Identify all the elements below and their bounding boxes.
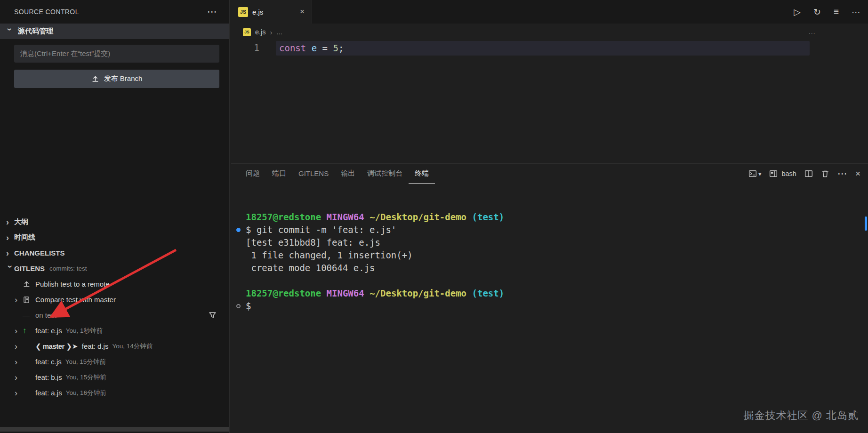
section-label: CHANGELISTS (14, 249, 65, 257)
compare-icon (23, 296, 35, 304)
section-label: 源代码管理 (18, 27, 53, 36)
gitlens-item-commit-feat-b[interactable]: ›feat: b.jsYou, 15分钟前 (0, 369, 229, 385)
terminal-line (246, 274, 868, 287)
input-placeholder: 消息(Ctrl+Enter 在“test”提交) (20, 49, 110, 58)
tab-ejs[interactable]: JS e.js × (231, 0, 312, 24)
section-label: 时间线 (14, 233, 35, 242)
chevron-down-icon[interactable]: › (7, 265, 14, 273)
panel-tab-bar: 问题端口GITLENS输出调试控制台终端 (231, 164, 670, 184)
sidebar-section-changelists[interactable]: ›CHANGELISTS (0, 245, 229, 261)
sidebar-section-outline[interactable]: ›大纲 (0, 214, 229, 230)
kill-terminal-icon[interactable] (821, 169, 829, 178)
chevron-right-icon: › (15, 374, 23, 381)
terminal-line: $ git commit -m 'feat: e.js' (246, 224, 868, 236)
branch-tag: ❮ master ❯➤ (35, 342, 78, 351)
current-line-highlight (276, 41, 810, 56)
sidebar-section-timeline[interactable]: ›时间线 (0, 230, 229, 245)
terminal-line: create mode 100644 e.js (246, 262, 868, 274)
horizontal-scrollbar[interactable] (0, 427, 229, 432)
terminal-line: [test e31bbd8] feat: e.js (246, 236, 868, 249)
item-label: feat: a.js (35, 389, 62, 397)
item-label: feat: c.js (35, 358, 62, 366)
gitlens-item-commit-feat-c[interactable]: ›feat: c.jsYou, 15分钟前 (0, 354, 229, 369)
scrollbar-indicator[interactable] (865, 216, 867, 231)
chevron-right-icon: › (15, 390, 23, 396)
bottom-panel: 问题端口GITLENS输出调试控制台终端 ▾ bash ⋯ × (231, 163, 868, 433)
commit-message-input[interactable]: 消息(Ctrl+Enter 在“test”提交) (14, 45, 219, 63)
gitlens-item-commit-feat-e[interactable]: ›↑feat: e.jsYou, 1秒钟前 (0, 323, 229, 338)
terminal-line: 18257@redstone MINGW64 ~/Desktop/git-dem… (246, 211, 868, 224)
chevron-right-icon: › (15, 297, 23, 303)
upload-icon (23, 280, 35, 288)
more-actions-icon[interactable]: ⋯ (837, 168, 847, 179)
close-panel-icon[interactable]: × (855, 168, 860, 179)
terminal-line: 18257@redstone MINGW64 ~/Desktop/git-dem… (246, 287, 868, 300)
more-actions-icon[interactable]: ⋯ (207, 6, 217, 17)
panel-tab-output[interactable]: 输出 (335, 164, 361, 184)
chevron-right-icon[interactable]: › (6, 219, 14, 225)
watermark: 掘金技术社区 @ 北岛贰 (743, 409, 859, 423)
chevron-right-icon: › (270, 28, 273, 36)
panel-tab-ports[interactable]: 端口 (266, 164, 292, 184)
item-description: You, 1秒钟前 (66, 327, 103, 335)
section-label: 大纲 (14, 217, 28, 226)
terminal-tabs-icon[interactable] (769, 169, 778, 178)
run-button[interactable]: ▷ (794, 7, 801, 17)
filter-icon[interactable] (209, 311, 217, 319)
restart-icon[interactable]: ↻ (813, 7, 821, 17)
vscode-window: SOURCE CONTROL ⋯ › 源代码管理 消息(Ctrl+Enter 在… (0, 0, 868, 433)
gitlens-item-commit-feat-a[interactable]: ›feat: a.jsYou, 16分钟前 (0, 385, 229, 401)
chevron-right-icon: › (15, 328, 23, 334)
section-label: GITLENS (14, 265, 45, 273)
button-label: 发布 Branch (104, 74, 143, 83)
panel-tab-problems[interactable]: 问题 (240, 164, 266, 184)
gitlens-item-compare-test[interactable]: ›Compare test with master (0, 292, 229, 307)
more-actions-icon[interactable]: ⋯ (852, 7, 860, 17)
item-label: Publish test to a remote (35, 280, 110, 288)
code-line[interactable]: const e = 5; (279, 42, 344, 55)
chevron-right-icon[interactable]: › (6, 234, 14, 241)
chevron-right-icon[interactable]: › (6, 250, 14, 257)
close-tab-icon[interactable]: × (300, 7, 305, 16)
shell-name[interactable]: bash (781, 170, 796, 177)
terminal[interactable]: 18257@redstone MINGW64 ~/Desktop/git-dem… (231, 184, 868, 433)
terminal-line: 1 file changed, 1 insertion(+) (246, 249, 868, 262)
breadcrumb-file[interactable]: e.js (255, 28, 266, 36)
gitlens-item-on-test[interactable]: —on test (0, 307, 229, 323)
sidebar-header: SOURCE CONTROL ⋯ (0, 0, 229, 24)
dash-icon: — (23, 311, 35, 319)
chevron-right-icon: › (15, 343, 23, 350)
upload-icon (91, 75, 99, 83)
editor-code-area[interactable]: 1 const e = 5; (231, 40, 868, 163)
tab-label: e.js (252, 8, 263, 16)
item-description: You, 15分钟前 (65, 358, 106, 366)
arrow-up-icon: ↑ (23, 326, 35, 336)
layout-icon[interactable]: ≡ (834, 7, 839, 17)
source-control-sidebar: SOURCE CONTROL ⋯ › 源代码管理 消息(Ctrl+Enter 在… (0, 0, 230, 433)
gitlens-item-commit-feat-d[interactable]: ›❮ master ❯➤feat: d.jsYou, 14分钟前 (0, 338, 229, 354)
breadcrumb-more[interactable]: ... (277, 28, 282, 36)
item-label: feat: e.js (35, 327, 62, 335)
item-label: feat: b.js (35, 373, 62, 381)
gitlens-item-publish-test[interactable]: Publish test to a remote (0, 276, 229, 292)
section-source-control-management[interactable]: › 源代码管理 (0, 24, 229, 39)
section-description: commits: test (49, 265, 87, 272)
panel-actions: ▾ bash ⋯ × (748, 164, 860, 184)
panel-tab-debug-console[interactable]: 调试控制台 (361, 164, 409, 184)
command-executed-marker (236, 228, 241, 232)
sidebar-tree: ›大纲›时间线›CHANGELISTS›GITLENScommits: test… (0, 214, 229, 401)
item-description: You, 15分钟前 (66, 373, 106, 382)
chevron-right-icon: › (15, 359, 23, 365)
panel-tab-terminal[interactable]: 终端 (409, 164, 435, 184)
panel-tab-gitlens[interactable]: GITLENS (292, 164, 335, 184)
launch-profile-button[interactable]: ▾ (748, 169, 762, 178)
editor-tab-bar: JS e.js × (231, 0, 868, 24)
terminal-icon (748, 169, 757, 178)
publish-branch-button[interactable]: 发布 Branch (14, 70, 219, 88)
item-description: You, 16分钟前 (66, 389, 106, 397)
line-number: 1 (250, 42, 259, 53)
javascript-icon: JS (243, 28, 251, 36)
editor-region: JS e.js × ▷ ↻ ≡ ⋯ JS e.js › ... ⋯ 1 cons… (231, 0, 868, 433)
split-terminal-icon[interactable] (804, 169, 813, 178)
sidebar-section-gitlens[interactable]: ›GITLENScommits: test (0, 261, 229, 276)
